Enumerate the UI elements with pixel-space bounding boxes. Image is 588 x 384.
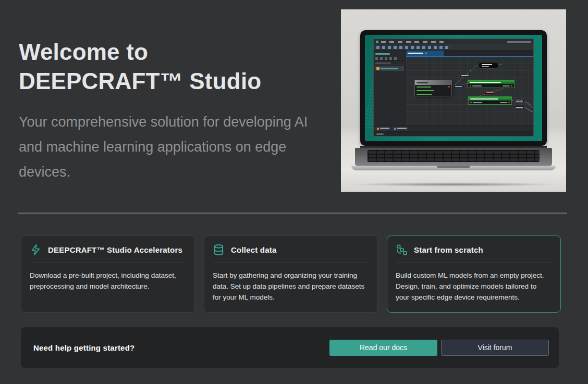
editor-tabbar: × — [406, 51, 533, 57]
panel-search-placeholder — [375, 61, 404, 65]
card-description: Start by gathering and organizing your t… — [213, 270, 369, 303]
laptop-screen: × — [360, 30, 547, 146]
editor-tab: × — [406, 51, 444, 56]
wire-label — [459, 74, 471, 77]
page-title-line2: DEEPCRAFT™ Studio — [19, 67, 316, 96]
audio-node — [478, 62, 499, 69]
visit-forum-button[interactable]: Visit forum — [441, 340, 549, 356]
laptop-wallpaper: × — [365, 35, 542, 141]
window-title-placeholder — [507, 41, 531, 43]
laptop-keyboard-deck — [355, 148, 552, 166]
green-model-node — [468, 80, 514, 88]
flow-nodes-icon — [396, 244, 408, 256]
page-title-line1: Welcome to — [19, 38, 316, 67]
hero-text: Welcome to DEEPCRAFT™ Studio Your compre… — [19, 9, 316, 192]
tab-close-icon: × — [425, 52, 427, 55]
folder-icon — [376, 67, 379, 70]
app-main: × — [374, 51, 533, 125]
card-start-from-scratch[interactable]: Start from scratch Build custom ML model… — [387, 236, 561, 313]
context-menu — [414, 80, 452, 96]
help-bar: Need help getting started? Read our docs… — [21, 327, 559, 368]
card-title: Collect data — [231, 245, 276, 254]
card-title: DEEPCRAFT™ Studio Accelerators — [48, 245, 182, 254]
section-divider — [18, 213, 567, 214]
database-icon — [213, 244, 225, 256]
laptop-front-edge — [351, 166, 556, 170]
menu-items-placeholder — [381, 41, 444, 43]
panel-title-placeholder — [375, 53, 390, 55]
project-tree-item — [375, 66, 404, 71]
action-cards-row: DEEPCRAFT™ Studio Accelerators Download … — [21, 236, 561, 313]
app-menubar — [374, 39, 533, 44]
app-bottom-tabs — [374, 125, 533, 131]
editor-area: × — [406, 51, 533, 125]
read-docs-button[interactable]: Read our docs — [329, 340, 437, 356]
app-toolbar — [374, 44, 533, 51]
wire-label — [453, 85, 464, 88]
hero-section: Welcome to DEEPCRAFT™ Studio Your compre… — [0, 0, 588, 192]
hero-image: × — [341, 9, 566, 192]
node-graph-canvas — [406, 57, 533, 125]
card-accelerators[interactable]: DEEPCRAFT™ Studio Accelerators Download … — [21, 236, 195, 313]
green-model-node — [468, 96, 512, 105]
card-divider — [30, 263, 186, 263]
app-logo-icon — [376, 41, 378, 43]
laptop-keyboard — [368, 150, 540, 162]
wire-label — [484, 91, 496, 94]
bottom-tab — [393, 127, 408, 131]
studio-app-window: × — [373, 39, 534, 137]
red-port-dot — [448, 86, 450, 88]
card-title: Start from scratch — [414, 245, 483, 254]
lightning-bolt-icon — [30, 244, 42, 256]
card-divider — [396, 263, 552, 263]
bottom-tab — [375, 127, 391, 131]
laptop: × — [351, 30, 556, 170]
page-subtitle: Your comprehensive solution for developi… — [19, 109, 316, 184]
laptop-lid-notch — [437, 166, 470, 168]
page-title: Welcome to DEEPCRAFT™ Studio — [19, 38, 316, 96]
laptop-shadow — [349, 182, 558, 187]
card-collect-data[interactable]: Collect data Start by gathering and orga… — [204, 236, 378, 313]
help-bar-label: Need help getting started? — [33, 343, 134, 352]
wire-label — [513, 106, 525, 109]
card-description: Download a pre-built project, including … — [30, 270, 186, 292]
wire-label — [513, 100, 525, 103]
card-description: Build custom ML models from an empty pro… — [396, 270, 552, 303]
solution-explorer-panel — [374, 51, 406, 125]
toolbar-icons-placeholder — [376, 46, 449, 49]
app-statusbar — [374, 131, 533, 136]
help-bar-buttons: Read our docs Visit forum — [329, 340, 549, 356]
panel-icons-placeholder — [375, 56, 404, 61]
card-divider — [213, 263, 369, 263]
